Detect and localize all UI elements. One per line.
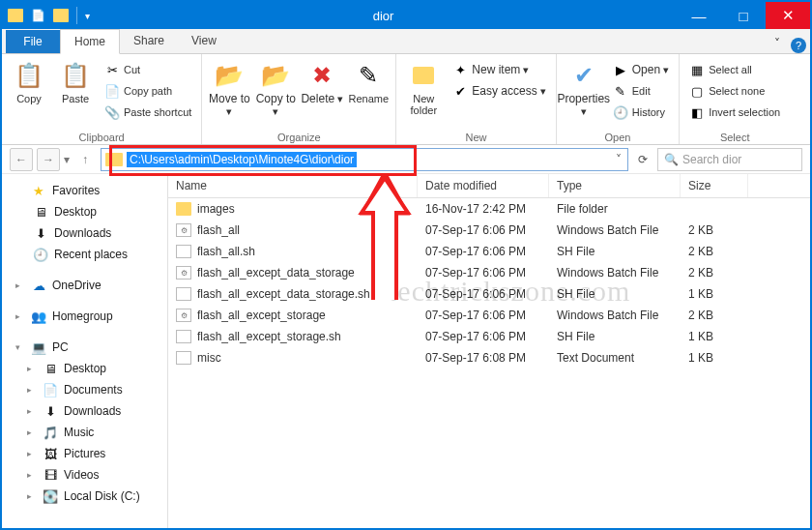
tree-favorites[interactable]: ★Favorites: [2, 180, 167, 201]
open-button[interactable]: ▶Open ▾: [609, 60, 673, 79]
file-size: 1 KB: [681, 286, 748, 302]
qat-newfolder-icon[interactable]: [53, 9, 69, 22]
tree-item[interactable]: ▸📄Documents: [2, 379, 167, 400]
tree-item-desktop[interactable]: 🖥Desktop: [2, 201, 167, 222]
group-label-open: Open: [563, 131, 673, 144]
maximize-button[interactable]: □: [721, 2, 766, 29]
minimize-button[interactable]: —: [677, 2, 721, 29]
up-button[interactable]: ↑: [73, 148, 97, 171]
open-icon: ▶: [613, 62, 628, 77]
file-name: flash_all_except_storage.sh: [197, 330, 341, 343]
copy-icon: 📋: [14, 60, 44, 91]
move-to-button[interactable]: 📂Move to ▾: [208, 56, 250, 131]
address-path[interactable]: C:\Users\admin\Desktop\Minote4G\dior\dio…: [127, 152, 357, 167]
new-folder-button[interactable]: New folder: [402, 56, 445, 131]
copy-to-button[interactable]: 📂Copy to ▾: [254, 56, 297, 131]
navigation-tree[interactable]: ★Favorites 🖥Desktop ⬇Downloads 🕘Recent p…: [2, 174, 168, 528]
tree-item[interactable]: ▸🎞Videos: [2, 464, 167, 486]
select-none-button[interactable]: ▢Select none: [685, 81, 784, 101]
tree-item-recent[interactable]: 🕘Recent places: [2, 244, 167, 265]
rename-button[interactable]: ✎Rename: [347, 56, 390, 131]
help-icon[interactable]: ?: [791, 38, 806, 53]
select-all-button[interactable]: ▦Select all: [685, 60, 784, 79]
file-date: 07-Sep-17 6:06 PM: [418, 286, 549, 302]
tree-pc[interactable]: ▾💻PC: [2, 337, 167, 358]
ribbon-collapse-icon[interactable]: ˅: [768, 34, 787, 53]
file-type: SH File: [549, 329, 681, 344]
tree-item-downloads[interactable]: ⬇Downloads: [2, 222, 167, 244]
tree-onedrive[interactable]: ▸☁OneDrive: [2, 275, 167, 296]
tree-item[interactable]: ▸💽Local Disk (C:): [2, 486, 167, 507]
file-date: 07-Sep-17 6:06 PM: [418, 222, 549, 238]
selectnone-icon: ▢: [689, 83, 705, 99]
col-size[interactable]: Size: [681, 174, 748, 197]
file-size: 2 KB: [681, 244, 748, 259]
newitem-icon: ✦: [452, 62, 468, 77]
history-button[interactable]: 🕘History: [609, 103, 673, 122]
paste-button[interactable]: 📋 Paste: [54, 56, 97, 131]
tree-label: Videos: [64, 468, 99, 482]
file-type: Text Document: [549, 350, 681, 366]
column-headers[interactable]: Name Date modified Type Size: [168, 174, 810, 198]
tree-item[interactable]: ▸⬇Downloads: [2, 400, 167, 422]
qat-properties-icon[interactable]: 📄: [31, 9, 45, 22]
table-row[interactable]: misc07-Sep-17 6:08 PMText Document1 KB: [168, 347, 810, 368]
address-bar[interactable]: C:\Users\admin\Desktop\Minote4G\dior\dio…: [101, 148, 628, 171]
tree-homegroup[interactable]: ▸👥Homegroup: [2, 306, 167, 327]
table-row[interactable]: ⚙flash_all_except_data_storage07-Sep-17 …: [168, 262, 810, 283]
close-button[interactable]: ✕: [766, 2, 810, 29]
navigation-bar: ← → ▾ ↑ C:\Users\admin\Desktop\Minote4G\…: [2, 145, 810, 174]
col-name[interactable]: Name: [168, 174, 418, 197]
table-row[interactable]: images16-Nov-17 2:42 PMFile folder: [168, 198, 810, 220]
videos-icon: 🎞: [43, 467, 58, 483]
forward-button[interactable]: →: [37, 148, 60, 171]
tab-file[interactable]: File: [6, 30, 60, 53]
file-date: 07-Sep-17 6:06 PM: [418, 329, 549, 344]
tab-share[interactable]: Share: [120, 28, 178, 53]
address-chevron-down-icon[interactable]: ˅: [610, 153, 627, 166]
tree-item[interactable]: ▸🖼Pictures: [2, 443, 167, 464]
delete-button[interactable]: ✖Delete ▾: [301, 56, 343, 131]
table-row[interactable]: flash_all_except_data_storage.sh07-Sep-1…: [168, 283, 810, 305]
file-date: 07-Sep-17 6:06 PM: [418, 265, 549, 280]
table-row[interactable]: flash_all_except_storage.sh07-Sep-17 6:0…: [168, 326, 810, 347]
ribbon-group-clipboard: 📋 Copy 📋 Paste ✂Cut 📄Copy path 📎Paste sh…: [2, 54, 202, 144]
history-icon: 🕘: [613, 104, 628, 120]
tree-label: Downloads: [64, 404, 121, 418]
copyto-icon: 📂: [260, 60, 291, 91]
new-item-button[interactable]: ✦New item ▾: [449, 60, 549, 79]
properties-button[interactable]: ✔Properties ▾: [563, 56, 605, 131]
table-row[interactable]: flash_all.sh07-Sep-17 6:06 PMSH File2 KB: [168, 241, 810, 262]
paste-shortcut-button[interactable]: 📎Paste shortcut: [101, 103, 195, 122]
table-row[interactable]: ⚙flash_all_except_storage07-Sep-17 6:06 …: [168, 305, 810, 326]
invert-selection-button[interactable]: ◧Invert selection: [685, 103, 784, 122]
downloads-icon: ⬇: [33, 225, 48, 241]
table-row[interactable]: ⚙flash_all07-Sep-17 6:06 PMWindows Batch…: [168, 220, 810, 241]
tree-label: Documents: [64, 383, 123, 397]
file-list: Name Date modified Type Size images16-No…: [168, 174, 810, 528]
refresh-button[interactable]: ⟳: [632, 148, 653, 171]
easy-access-button[interactable]: ✔Easy access ▾: [449, 81, 549, 101]
pictures-icon: 🖼: [43, 446, 58, 461]
tree-item[interactable]: ▸🎵Music: [2, 422, 167, 443]
desktop-icon: 🖥: [33, 204, 48, 220]
copy-button[interactable]: 📋 Copy: [8, 56, 50, 131]
back-button[interactable]: ←: [10, 148, 33, 171]
tree-label: Desktop: [54, 205, 97, 219]
file-date: 07-Sep-17 6:06 PM: [418, 308, 549, 323]
tree-item[interactable]: ▸🖥Desktop: [2, 358, 167, 379]
tree-label: OneDrive: [52, 279, 102, 292]
cut-button[interactable]: ✂Cut: [101, 60, 195, 79]
moveto-icon: 📂: [214, 60, 245, 91]
col-date[interactable]: Date modified: [418, 174, 549, 197]
tab-home[interactable]: Home: [60, 29, 120, 54]
copy-path-button[interactable]: 📄Copy path: [101, 81, 195, 101]
edit-icon: ✎: [613, 83, 628, 99]
search-input[interactable]: 🔍 Search dior: [657, 148, 802, 171]
tab-view[interactable]: View: [178, 28, 230, 53]
edit-button[interactable]: ✎Edit: [609, 81, 673, 101]
group-label-clipboard: Clipboard: [8, 131, 195, 144]
recent-locations-icon[interactable]: ▾: [64, 153, 70, 166]
ribbon-group-organize: 📂Move to ▾ 📂Copy to ▾ ✖Delete ▾ ✎Rename …: [202, 54, 396, 144]
col-type[interactable]: Type: [549, 174, 681, 197]
